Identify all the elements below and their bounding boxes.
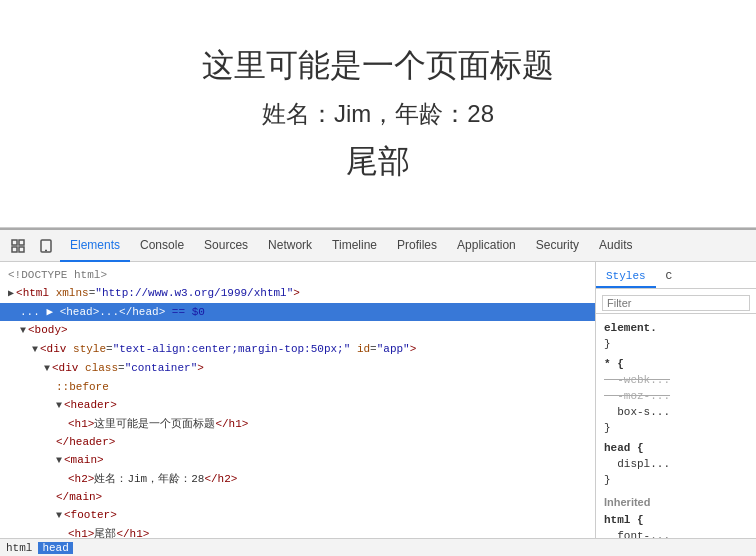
- page-title: 这里可能是一个页面标题: [202, 44, 554, 88]
- style-block-star: * { -webk... -moz-... box-s... }: [596, 354, 756, 438]
- tab-console[interactable]: Console: [130, 230, 194, 262]
- tab-application[interactable]: Application: [447, 230, 526, 262]
- status-html[interactable]: html: [6, 542, 32, 554]
- dom-panel[interactable]: <!DOCTYPE html> ▶<html xmlns="http://www…: [0, 262, 596, 538]
- dom-line-body: ▼<body>: [0, 321, 595, 340]
- dom-line-header: ▼<header>: [0, 396, 595, 415]
- dom-line-main: ▼<main>: [0, 451, 595, 470]
- style-block-element: element. }: [596, 318, 756, 354]
- devtools-toolbar: Elements Console Sources Network Timelin…: [0, 230, 756, 262]
- device-icon[interactable]: [32, 232, 60, 260]
- tab-security[interactable]: Security: [526, 230, 589, 262]
- dom-line-h1-footer: <h1>尾部</h1>: [0, 525, 595, 538]
- tab-sources[interactable]: Sources: [194, 230, 258, 262]
- devtools-main: <!DOCTYPE html> ▶<html xmlns="http://www…: [0, 262, 756, 538]
- dom-line-doctype: <!DOCTYPE html>: [0, 266, 595, 284]
- styles-tab-computed[interactable]: C: [656, 266, 683, 288]
- dom-line-header-close: </header>: [0, 433, 595, 451]
- tab-audits[interactable]: Audits: [589, 230, 642, 262]
- styles-filter-input[interactable]: [602, 295, 750, 311]
- style-block-html: html { font-...: [596, 510, 756, 538]
- svg-rect-2: [12, 247, 17, 252]
- svg-rect-3: [19, 247, 24, 252]
- dom-line-h1-title: <h1>这里可能是一个页面标题</h1>: [0, 415, 595, 433]
- devtools-panel: Elements Console Sources Network Timelin…: [0, 228, 756, 556]
- inspector-icon[interactable]: [4, 232, 32, 260]
- page-preview: 这里可能是一个页面标题 姓名：Jim，年龄：28 尾部: [0, 0, 756, 228]
- svg-rect-0: [12, 240, 17, 245]
- dom-line-head[interactable]: ... ▶ <head>...</head> == $0: [0, 303, 595, 321]
- dom-line-div-app: ▼<div style="text-align:center;margin-to…: [0, 340, 595, 359]
- status-head[interactable]: head: [38, 542, 72, 554]
- style-block-head: head { displ... }: [596, 438, 756, 490]
- styles-panel: Styles C element. } * { -webk... -moz-..…: [596, 262, 756, 538]
- dom-line-main-close: </main>: [0, 488, 595, 506]
- dom-line-div-container: ▼<div class="container">: [0, 359, 595, 378]
- styles-tabs: Styles C: [596, 266, 756, 289]
- dom-line-html: ▶<html xmlns="http://www.w3.org/1999/xht…: [0, 284, 595, 303]
- tab-elements[interactable]: Elements: [60, 230, 130, 262]
- tab-network[interactable]: Network: [258, 230, 322, 262]
- page-subtitle: 姓名：Jim，年龄：28: [262, 98, 494, 130]
- tab-timeline[interactable]: Timeline: [322, 230, 387, 262]
- styles-tab-styles[interactable]: Styles: [596, 266, 656, 288]
- dom-line-footer: ▼<footer>: [0, 506, 595, 525]
- svg-rect-1: [19, 240, 24, 245]
- tab-profiles[interactable]: Profiles: [387, 230, 447, 262]
- page-footer: 尾部: [346, 140, 410, 184]
- dom-line-before: ::before: [0, 378, 595, 396]
- devtools-statusbar: html head: [0, 538, 756, 556]
- dom-line-h2: <h2>姓名：Jim，年龄：28</h2>: [0, 470, 595, 488]
- styles-filter-container: [596, 293, 756, 314]
- inherited-badge: Inherited: [596, 494, 756, 510]
